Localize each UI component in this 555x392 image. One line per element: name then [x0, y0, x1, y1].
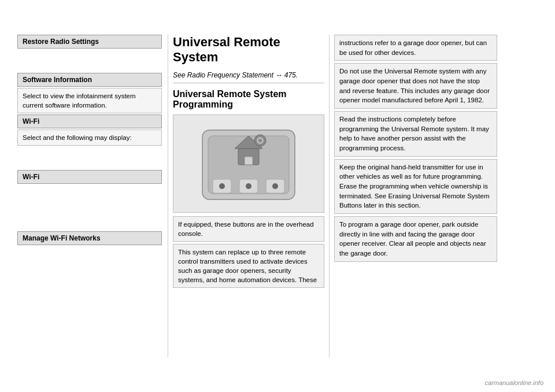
watermark: carmanualonline.info: [484, 379, 543, 386]
right-block-3: Read the instructions completely before …: [334, 111, 497, 157]
wifi-header-2: Wi-Fi: [17, 170, 162, 184]
restore-radio-header: Restore Radio Settings: [17, 35, 162, 49]
right-block-4: Keep the original hand-held transmitter …: [334, 159, 497, 214]
subtitle: See Radio Frequency Statement ↔ 475.: [173, 71, 324, 83]
middle-column: Universal Remote System See Radio Freque…: [168, 35, 330, 357]
right-block-2: Do not use the Universal Remote system w…: [334, 63, 497, 109]
right-column: instructions refer to a garage door open…: [330, 35, 497, 357]
software-info-header: Software Information: [17, 73, 162, 87]
manage-wifi-header: Manage Wi-Fi Networks: [17, 231, 162, 245]
main-title: Universal Remote System: [173, 35, 324, 68]
right-block-1: instructions refer to a garage door open…: [334, 35, 497, 61]
remote-image: [173, 114, 324, 213]
right-block-5: To program a garage door opener, park ou…: [334, 216, 497, 262]
sub-heading: Universal Remote System Programming: [173, 89, 324, 110]
wifi-header-1: Wi-Fi: [17, 114, 162, 128]
remote-caption: If equipped, these buttons are in the ov…: [173, 216, 324, 242]
wifi-body: Select and the following may display:: [17, 130, 162, 146]
middle-info-box: This system can replace up to three remo…: [173, 244, 324, 288]
left-column: Restore Radio Settings Software Informat…: [17, 35, 168, 357]
svg-point-11: [246, 183, 251, 189]
svg-point-7: [258, 139, 262, 142]
svg-point-9: [219, 183, 225, 189]
svg-point-13: [272, 183, 278, 189]
svg-rect-4: [245, 157, 253, 165]
software-info-body: Select to view the infotainment system c…: [17, 88, 162, 113]
